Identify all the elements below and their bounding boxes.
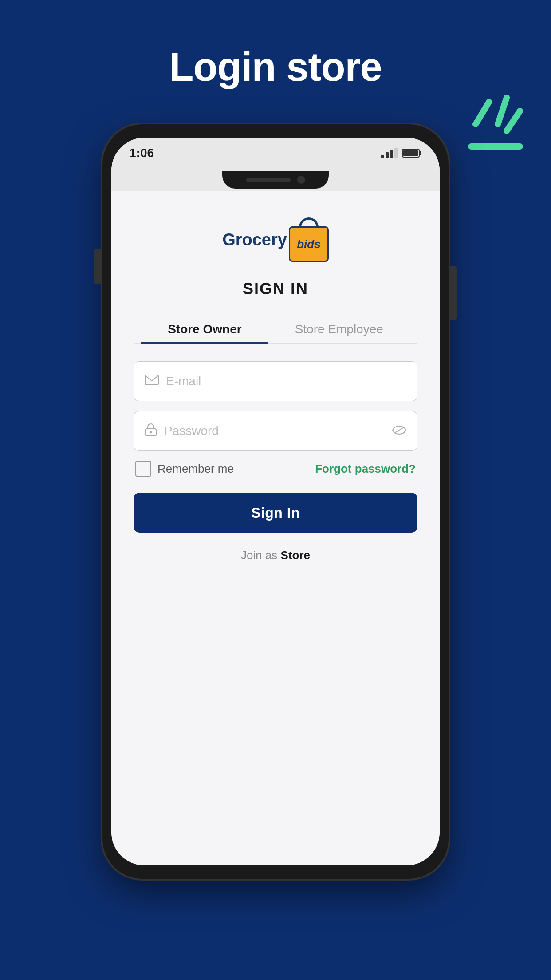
join-text-prefix: Join as xyxy=(241,549,281,562)
status-bar: 1:06 xyxy=(111,138,440,169)
lock-icon xyxy=(145,423,157,440)
sign-in-title: SIGN IN xyxy=(243,280,308,298)
svg-line-2 xyxy=(507,111,520,131)
join-text-bold: Store xyxy=(281,549,310,562)
logo-bag: bids xyxy=(289,217,329,262)
svg-rect-4 xyxy=(381,155,384,158)
password-field-wrapper[interactable] xyxy=(134,411,417,451)
password-input[interactable] xyxy=(164,424,385,438)
join-text: Join as Store xyxy=(241,549,310,562)
svg-line-0 xyxy=(476,102,489,124)
sparkle-decoration xyxy=(436,89,524,178)
tab-store-employee[interactable]: Store Employee xyxy=(268,316,410,343)
remember-me-group[interactable]: Remember me xyxy=(135,461,234,477)
email-input-group xyxy=(134,361,417,401)
logo-bag-text: bids xyxy=(297,237,320,251)
notch-camera xyxy=(297,176,305,184)
svg-rect-11 xyxy=(145,375,158,385)
svg-rect-9 xyxy=(419,151,421,155)
email-field-wrapper[interactable] xyxy=(134,361,417,401)
logo-container: Grocery bids xyxy=(222,217,329,262)
notch xyxy=(222,171,329,189)
remember-me-checkbox[interactable] xyxy=(135,461,151,477)
status-icons xyxy=(381,148,422,158)
password-input-group xyxy=(134,411,417,451)
svg-point-13 xyxy=(150,431,152,433)
signal-icon xyxy=(381,148,399,158)
email-input[interactable] xyxy=(166,374,406,388)
svg-line-14 xyxy=(394,427,405,433)
forgot-password-link[interactable]: Forgot password? xyxy=(315,462,416,476)
phone-wrapper: 1:06 xyxy=(102,124,449,879)
email-icon xyxy=(145,374,159,388)
svg-rect-6 xyxy=(390,150,393,158)
app-content: Grocery bids SIGN IN Store Owner Store E… xyxy=(111,191,440,865)
tabs-container[interactable]: Store Owner Store Employee xyxy=(134,316,417,344)
svg-rect-7 xyxy=(394,148,398,158)
eye-icon[interactable] xyxy=(392,424,406,438)
svg-line-1 xyxy=(498,98,507,124)
sign-in-button[interactable]: Sign In xyxy=(134,493,417,533)
svg-rect-5 xyxy=(386,152,389,158)
options-row: Remember me Forgot password? xyxy=(134,461,417,477)
svg-rect-10 xyxy=(403,150,418,156)
logo-bag-body: bids xyxy=(289,226,329,262)
remember-me-label: Remember me xyxy=(157,462,234,476)
phone-frame: 1:06 xyxy=(102,124,449,879)
status-time: 1:06 xyxy=(129,146,154,160)
logo-grocery-text: Grocery xyxy=(222,230,287,249)
phone-screen: 1:06 xyxy=(111,138,440,865)
battery-icon xyxy=(402,148,422,158)
page-title: Login store xyxy=(169,44,382,90)
tab-store-owner[interactable]: Store Owner xyxy=(141,316,268,343)
notch-speaker xyxy=(246,178,291,182)
notch-area xyxy=(111,169,440,191)
